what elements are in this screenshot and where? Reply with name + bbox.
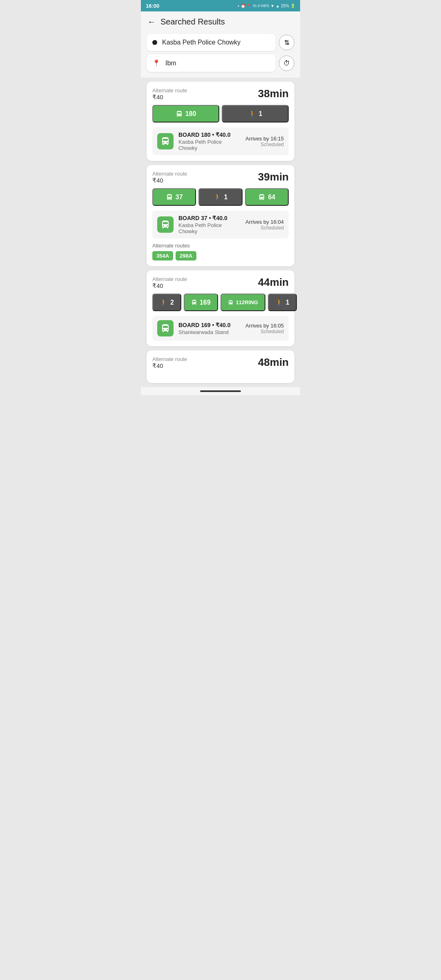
- routes-list: Alternate route ₹40 38min 180 🚶 1 BOARD …: [141, 78, 300, 387]
- bus-detail-icon-3: [160, 323, 170, 333]
- route-detail-icon-1: [157, 133, 174, 149]
- battery: 25%: [281, 4, 289, 8]
- route-card-1: Alternate route ₹40 38min 180 🚶 1 BOARD …: [147, 82, 294, 161]
- route-detail-icon-2: [157, 216, 174, 233]
- network-speed: 31.0 KB/S: [253, 4, 270, 8]
- from-dot-icon: [152, 40, 157, 45]
- route-detail-info-3: BOARD 169 • ₹40.0 Shaniwarwada Stand: [178, 322, 241, 335]
- walk-icon-3a: 🚶: [160, 298, 168, 306]
- route-detail-info-2: BOARD 37 • ₹40.0 Kasba Peth Police Chowk…: [178, 215, 241, 234]
- route-detail-icon-3: [157, 320, 174, 336]
- board-label-3: BOARD 169 • ₹40.0: [178, 322, 241, 328]
- alt-route-badges-2: 354A 298A: [152, 251, 289, 261]
- segment-bus-37-label: 37: [176, 194, 183, 201]
- segment-bus-64[interactable]: 64: [245, 188, 289, 206]
- scheduled-1: Scheduled: [245, 142, 284, 147]
- to-field[interactable]: 📍 Ibm: [147, 54, 276, 72]
- segment-bus-169-label: 169: [200, 299, 211, 306]
- route-header-3: Alternate route ₹40 44min: [152, 276, 289, 290]
- segment-bus-180[interactable]: 180: [152, 105, 219, 122]
- to-value: Ibm: [165, 60, 270, 67]
- signal-icon: ▲: [276, 4, 280, 8]
- walk-icon-1: 🚶: [248, 110, 256, 118]
- segment-walk-3b[interactable]: 🚶 1: [268, 294, 297, 311]
- to-pin-icon: 📍: [152, 59, 160, 67]
- segment-bus-112ring[interactable]: 112RING: [220, 294, 265, 311]
- status-icons: • ⏰ 📍 31.0 KB/S ▼ ▲ 25% 🔋: [238, 4, 295, 8]
- bus-icon: [176, 110, 183, 118]
- alt-badge-354a[interactable]: 354A: [152, 251, 173, 261]
- walk-icon-3b: 🚶: [275, 298, 283, 306]
- segment-walk-1[interactable]: 🚶 1: [222, 105, 289, 122]
- route-label-1: Alternate route: [152, 87, 187, 94]
- stop-name-3: Shaniwarwada Stand: [178, 329, 241, 335]
- route-detail-2: BOARD 37 • ₹40.0 Kasba Peth Police Chowk…: [152, 211, 289, 238]
- location-icon: 📍: [247, 4, 252, 8]
- route-price-2: ₹40: [152, 177, 187, 184]
- segment-bus-64-label: 64: [268, 194, 275, 201]
- page-title: Searched Results: [160, 17, 225, 27]
- alarm-icon: ⏰: [241, 4, 245, 8]
- timer-button[interactable]: ⏱: [279, 56, 294, 71]
- route-time-4: 48min: [258, 356, 289, 369]
- route-label-3: Alternate route: [152, 276, 187, 282]
- segment-walk-2[interactable]: 🚶 1: [198, 188, 242, 206]
- route-segments-3: 🚶 2 169 112RING 🚶 1: [152, 294, 289, 311]
- stop-name-2: Kasba Peth Police Chowky: [178, 222, 241, 234]
- alt-routes-section-2: Alternate routes 354A 298A: [152, 243, 289, 261]
- segment-bus-180-label: 180: [185, 110, 196, 118]
- from-value: Kasba Peth Police Chowky: [162, 39, 270, 46]
- search-section: Kasba Peth Police Chowky ⇅ 📍 Ibm ⏱: [141, 31, 300, 78]
- route-detail-1: BOARD 180 • ₹40.0 Kasba Peth Police Chow…: [152, 127, 289, 155]
- bus-detail-icon-1: [160, 136, 170, 146]
- scheduled-2: Scheduled: [245, 225, 284, 231]
- app-header: ← Searched Results: [141, 11, 300, 31]
- wifi-icon: ▼: [270, 4, 274, 8]
- arrival-info-3: Arrives by 16:05 Scheduled: [245, 323, 284, 334]
- route-segments-2: 37 🚶 1 64: [152, 188, 289, 206]
- arrival-info-1: Arrives by 16:15 Scheduled: [245, 136, 284, 147]
- swap-button[interactable]: ⇅: [279, 35, 294, 50]
- segment-walk-1-label: 1: [259, 110, 263, 118]
- segment-walk-3a[interactable]: 🚶 2: [152, 294, 181, 311]
- bus-icon-37: [166, 194, 173, 201]
- from-field[interactable]: Kasba Peth Police Chowky: [147, 34, 276, 51]
- segment-walk-3a-label: 2: [170, 299, 174, 306]
- route-header-2: Alternate route ₹40 39min: [152, 171, 289, 184]
- route-price-3: ₹40: [152, 282, 187, 290]
- route-header-1: Alternate route ₹40 38min: [152, 87, 289, 101]
- board-label-2: BOARD 37 • ₹40.0: [178, 215, 241, 221]
- arrives-by-3: Arrives by 16:05: [245, 323, 284, 329]
- scheduled-3: Scheduled: [245, 329, 284, 334]
- arrives-by-2: Arrives by 16:04: [245, 219, 284, 225]
- alt-routes-label-2: Alternate routes: [152, 243, 289, 249]
- bottom-bar: [141, 387, 300, 395]
- route-label-4: Alternate route: [152, 356, 187, 362]
- back-button[interactable]: ←: [147, 17, 156, 27]
- route-time-2: 39min: [258, 171, 289, 183]
- segment-bus-37[interactable]: 37: [152, 188, 196, 206]
- route-card-4: Alternate route ₹40 48min: [147, 350, 294, 383]
- notification-dot: •: [238, 4, 239, 8]
- status-bar: 16:00 • ⏰ 📍 31.0 KB/S ▼ ▲ 25% 🔋: [141, 0, 300, 11]
- arrival-info-2: Arrives by 16:04 Scheduled: [245, 219, 284, 231]
- segment-bus-112ring-label: 112RING: [236, 299, 258, 305]
- route-time-1: 38min: [258, 87, 289, 100]
- bus-icon-169: [191, 299, 197, 305]
- route-time-3: 44min: [258, 276, 289, 289]
- route-card-3: Alternate route ₹40 44min 🚶 2 169 112RIN…: [147, 270, 294, 346]
- route-label-2: Alternate route: [152, 171, 187, 177]
- segment-bus-169[interactable]: 169: [184, 294, 218, 311]
- arrives-by-1: Arrives by 16:15: [245, 136, 284, 142]
- board-label-1: BOARD 180 • ₹40.0: [178, 131, 241, 138]
- bus-icon-112ring: [228, 300, 234, 305]
- stop-name-1: Kasba Peth Police Chowky: [178, 139, 241, 151]
- bus-detail-icon-2: [160, 220, 170, 229]
- segment-walk-3b-label: 1: [286, 299, 290, 306]
- bottom-indicator: [200, 390, 241, 392]
- route-header-4: Alternate route ₹40 48min: [152, 356, 289, 370]
- alt-badge-298a[interactable]: 298A: [176, 251, 196, 261]
- route-card-2: Alternate route ₹40 39min 37 🚶 1 64: [147, 165, 294, 266]
- walk-icon-2: 🚶: [214, 193, 222, 201]
- segment-walk-2-label: 1: [224, 194, 228, 201]
